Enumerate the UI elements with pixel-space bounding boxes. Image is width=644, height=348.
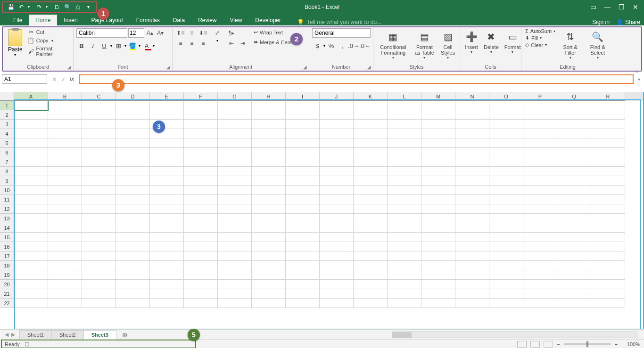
cell-O13[interactable] — [489, 214, 523, 223]
column-header-F[interactable]: F — [184, 92, 218, 101]
cell-F21[interactable] — [184, 289, 218, 299]
tab-data[interactable]: Data — [166, 15, 191, 25]
cell-M20[interactable] — [421, 280, 455, 289]
cell-N14[interactable] — [455, 223, 489, 233]
cell-N17[interactable] — [455, 251, 489, 261]
find-select-button[interactable]: 🔍Find & Select▾ — [584, 28, 611, 60]
cell-C8[interactable] — [82, 167, 116, 176]
cell-E7[interactable] — [150, 157, 184, 167]
cell-C12[interactable] — [82, 204, 116, 214]
cell-L21[interactable] — [388, 289, 421, 299]
accounting-format-button[interactable]: $ — [312, 40, 322, 51]
cell-O20[interactable] — [489, 280, 523, 289]
cell-E16[interactable] — [150, 242, 184, 251]
cell-C17[interactable] — [82, 251, 116, 261]
cell-B13[interactable] — [48, 214, 82, 223]
cell-E9[interactable] — [150, 176, 184, 186]
cell-K6[interactable] — [354, 148, 388, 157]
cell-J17[interactable] — [320, 251, 354, 261]
cell-Q12[interactable] — [557, 204, 591, 214]
decrease-decimal-button[interactable]: .0← — [360, 40, 370, 51]
fill-color-button[interactable]: 🪣 — [127, 40, 138, 51]
cell-M14[interactable] — [421, 223, 455, 233]
cell-K21[interactable] — [354, 289, 388, 299]
cell-H5[interactable] — [252, 138, 286, 148]
cell-D8[interactable] — [116, 167, 150, 176]
cell-L3[interactable] — [388, 120, 421, 129]
cell-Q22[interactable] — [557, 299, 591, 308]
cell-R3[interactable] — [591, 120, 625, 129]
cell-G15[interactable] — [218, 233, 252, 242]
cell-G6[interactable] — [218, 148, 252, 157]
cell-G2[interactable] — [218, 110, 252, 120]
cell-H7[interactable] — [252, 157, 286, 167]
view-page-layout-button[interactable] — [530, 341, 540, 348]
underline-button[interactable]: U — [99, 40, 109, 51]
cell-F5[interactable] — [184, 138, 218, 148]
cell-B5[interactable] — [48, 138, 82, 148]
cell-K11[interactable] — [354, 195, 388, 204]
cell-N11[interactable] — [455, 195, 489, 204]
cell-M15[interactable] — [421, 233, 455, 242]
cell-P8[interactable] — [523, 167, 557, 176]
column-header-D[interactable]: D — [116, 92, 150, 101]
cell-I8[interactable] — [286, 167, 320, 176]
cell-J15[interactable] — [320, 233, 354, 242]
cell-M7[interactable] — [421, 157, 455, 167]
cell-G16[interactable] — [218, 242, 252, 251]
align-center-icon[interactable]: ≡ — [187, 39, 197, 48]
cell-F19[interactable] — [184, 270, 218, 280]
cell-H22[interactable] — [252, 299, 286, 308]
cell-J20[interactable] — [320, 280, 354, 289]
row-header-13[interactable]: 13 — [0, 214, 14, 223]
cell-E5[interactable] — [150, 138, 184, 148]
cell-B15[interactable] — [48, 233, 82, 242]
cell-P12[interactable] — [523, 204, 557, 214]
cell-P18[interactable] — [523, 261, 557, 270]
cell-M3[interactable] — [421, 120, 455, 129]
column-header-L[interactable]: L — [388, 92, 421, 101]
cell-H15[interactable] — [252, 233, 286, 242]
cell-L8[interactable] — [388, 167, 421, 176]
cell-C3[interactable] — [82, 120, 116, 129]
cell-N6[interactable] — [455, 148, 489, 157]
cell-C18[interactable] — [82, 261, 116, 270]
cell-F20[interactable] — [184, 280, 218, 289]
cell-F10[interactable] — [184, 186, 218, 195]
cell-F9[interactable] — [184, 176, 218, 186]
cell-J5[interactable] — [320, 138, 354, 148]
cell-E18[interactable] — [150, 261, 184, 270]
cell-F6[interactable] — [184, 148, 218, 157]
cell-D22[interactable] — [116, 299, 150, 308]
tab-insert[interactable]: Insert — [57, 15, 84, 25]
cell-D10[interactable] — [116, 186, 150, 195]
sign-in-link[interactable]: Sign in — [592, 19, 610, 25]
cell-L11[interactable] — [388, 195, 421, 204]
row-header-1[interactable]: 1 — [0, 101, 14, 110]
column-header-B[interactable]: B — [48, 92, 82, 101]
cell-A5[interactable] — [14, 138, 48, 148]
cell-F7[interactable] — [184, 157, 218, 167]
cell-A12[interactable] — [14, 204, 48, 214]
cell-M6[interactable] — [421, 148, 455, 157]
cell-D18[interactable] — [116, 261, 150, 270]
cell-J11[interactable] — [320, 195, 354, 204]
cell-A1[interactable] — [14, 101, 48, 110]
cell-Q18[interactable] — [557, 261, 591, 270]
column-header-N[interactable]: N — [455, 92, 489, 101]
row-header-16[interactable]: 16 — [0, 242, 14, 251]
cell-G10[interactable] — [218, 186, 252, 195]
cell-Q11[interactable] — [557, 195, 591, 204]
cell-P2[interactable] — [523, 110, 557, 120]
cell-Q6[interactable] — [557, 148, 591, 157]
cell-O18[interactable] — [489, 261, 523, 270]
row-header-3[interactable]: 3 — [0, 120, 14, 129]
cell-D17[interactable] — [116, 251, 150, 261]
tab-developer[interactable]: Developer — [248, 15, 288, 25]
cell-E19[interactable] — [150, 270, 184, 280]
row-header-19[interactable]: 19 — [0, 270, 14, 280]
cell-B20[interactable] — [48, 280, 82, 289]
cell-J16[interactable] — [320, 242, 354, 251]
cell-R9[interactable] — [591, 176, 625, 186]
cell-B2[interactable] — [48, 110, 82, 120]
